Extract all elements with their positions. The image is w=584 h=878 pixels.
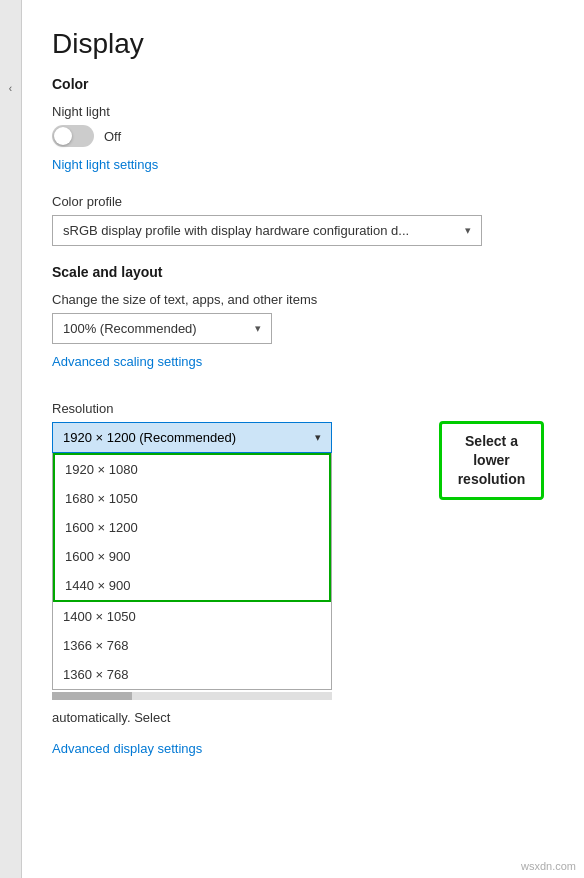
scrollbar[interactable] <box>52 692 332 700</box>
scale-chevron: ▾ <box>255 322 261 335</box>
resolution-item[interactable]: 1366 × 768 <box>53 631 331 660</box>
resolution-highlight-last: 1440 × 900 <box>53 571 331 602</box>
night-light-label: Night light <box>52 104 554 119</box>
callout-box: Select a lower resolution <box>439 421 544 500</box>
scale-value: 100% (Recommended) <box>63 321 197 336</box>
resolution-item[interactable]: 1600 × 900 <box>55 542 329 571</box>
night-light-toggle[interactable] <box>52 125 94 147</box>
resolution-list: 1920 × 1080 1680 × 1050 1600 × 1200 1600… <box>52 453 332 690</box>
resolution-item[interactable]: 1600 × 1200 <box>55 513 329 542</box>
color-profile-value: sRGB display profile with display hardwa… <box>63 223 409 238</box>
resolution-item[interactable]: 1440 × 900 <box>55 571 329 600</box>
bottom-text-content: automatically. Select <box>52 710 170 725</box>
color-profile-chevron: ▾ <box>465 224 471 237</box>
callout-text: Select a lower resolution <box>458 433 526 487</box>
advanced-scaling-link[interactable]: Advanced scaling settings <box>52 354 202 369</box>
resolution-item[interactable]: 1360 × 768 <box>53 660 331 689</box>
scale-section-heading: Scale and layout <box>52 264 554 280</box>
main-content: Display Color Night light Off Night ligh… <box>22 0 584 878</box>
toggle-knob <box>54 127 72 145</box>
sidebar-back-icon[interactable]: ‹ <box>3 80 19 96</box>
color-section-heading: Color <box>52 76 554 92</box>
sidebar: ‹ <box>0 0 22 878</box>
night-light-state: Off <box>104 129 121 144</box>
color-profile-dropdown[interactable]: sRGB display profile with display hardwa… <box>52 215 482 246</box>
resolution-selected[interactable]: 1920 × 1200 (Recommended) ▾ <box>52 422 332 453</box>
night-light-settings-link[interactable]: Night light settings <box>52 157 158 172</box>
scale-label: Change the size of text, apps, and other… <box>52 292 554 307</box>
resolution-item[interactable]: 1400 × 1050 <box>53 602 331 631</box>
resolution-item[interactable]: 1920 × 1080 <box>55 455 329 484</box>
resolution-dropdown[interactable]: 1920 × 1200 (Recommended) ▾ 1920 × 1080 … <box>52 422 332 700</box>
bottom-text: automatically. Select <box>52 710 332 725</box>
advanced-display-link[interactable]: Advanced display settings <box>52 741 554 756</box>
scale-dropdown[interactable]: 100% (Recommended) ▾ <box>52 313 272 344</box>
page-title: Display <box>52 28 554 60</box>
night-light-row: Off <box>52 125 554 147</box>
scrollbar-thumb <box>52 692 132 700</box>
resolution-chevron: ▾ <box>315 431 321 444</box>
resolution-selected-value: 1920 × 1200 (Recommended) <box>63 430 236 445</box>
resolution-section: Resolution 1920 × 1200 (Recommended) ▾ 1… <box>52 401 554 725</box>
resolution-item[interactable]: 1680 × 1050 <box>55 484 329 513</box>
watermark: wsxdn.com <box>521 860 576 872</box>
color-profile-label: Color profile <box>52 194 554 209</box>
resolution-highlight-group: 1920 × 1080 1680 × 1050 1600 × 1200 1600… <box>53 453 331 571</box>
resolution-label: Resolution <box>52 401 554 416</box>
